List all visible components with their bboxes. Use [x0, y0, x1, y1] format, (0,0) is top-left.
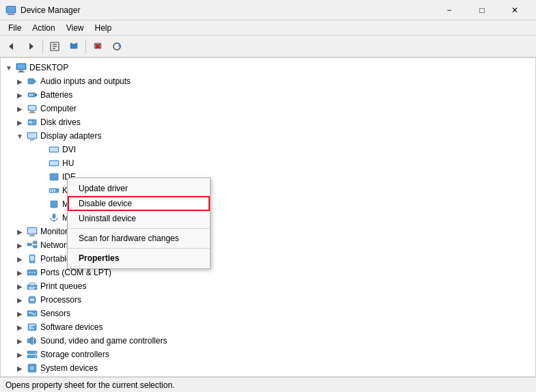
software-icon	[27, 322, 38, 333]
menu-view[interactable]: View	[61, 22, 90, 34]
mic-icon	[49, 212, 59, 223]
svg-rect-24	[29, 94, 31, 96]
tree-item-audio[interactable]: ▶ Audio inputs and outputs	[1, 74, 535, 88]
toolbar	[0, 36, 536, 57]
app-icon	[5, 5, 16, 16]
svg-rect-18	[19, 70, 23, 72]
system-toggle[interactable]: ▶	[14, 363, 25, 374]
tree-item-sensors[interactable]: ▶ Sensors	[1, 307, 535, 320]
svg-rect-36	[30, 139, 34, 141]
update-driver-button[interactable]	[65, 38, 83, 55]
tree-root[interactable]: ▼ DESKTOP	[1, 61, 535, 74]
svg-rect-70	[30, 298, 34, 301]
svg-rect-46	[51, 201, 57, 208]
diskdrives-icon	[27, 117, 38, 128]
processors-toggle[interactable]: ▶	[14, 294, 25, 305]
tree-item-printqueues[interactable]: ▶ Print queues	[1, 279, 535, 293]
svg-rect-79	[29, 324, 36, 326]
svg-rect-17	[17, 64, 25, 69]
computer-icon	[16, 62, 27, 73]
ctx-properties[interactable]: Properties	[68, 251, 210, 266]
svg-rect-41	[50, 173, 58, 180]
close-button[interactable]: ✕	[499, 0, 531, 20]
svg-marker-10	[72, 42, 76, 44]
monitors-toggle[interactable]: ▶	[14, 226, 25, 237]
sensors-icon	[27, 308, 38, 319]
ctx-separator-2	[68, 248, 210, 249]
audio-icon	[27, 76, 38, 87]
tree-item-dvi[interactable]: ▶ DVI	[1, 143, 535, 156]
batteries-toggle[interactable]: ▶	[14, 89, 25, 100]
svg-line-56	[31, 242, 34, 244]
tree-item-processors[interactable]: ▶ Processors	[1, 293, 535, 307]
svg-rect-1	[8, 14, 14, 15]
root-toggle[interactable]: ▼	[3, 62, 14, 73]
svg-marker-21	[34, 79, 36, 83]
network-toggle[interactable]: ▶	[14, 240, 25, 251]
ctx-uninstall-device[interactable]: Uninstall device	[68, 211, 210, 226]
toolbar-sep-1	[42, 40, 43, 53]
forward-button[interactable]	[22, 38, 40, 55]
storage-toggle[interactable]: ▶	[14, 349, 25, 360]
svg-rect-35	[28, 133, 36, 138]
svg-rect-53	[27, 243, 31, 246]
tree-item-hu[interactable]: ▶ HU	[1, 156, 535, 170]
svg-rect-47	[53, 214, 55, 219]
software-toggle[interactable]: ▶	[14, 322, 25, 333]
tree-item-diskdrives[interactable]: ▶ Disk drives	[1, 115, 535, 129]
uninstall-button[interactable]	[89, 38, 107, 55]
tree-item-sound[interactable]: ▶ Sound, video and game controllers	[1, 334, 535, 348]
batteries-label: Batteries	[40, 90, 72, 100]
ctx-disable-device[interactable]: Disable device	[68, 196, 210, 211]
computer-toggle[interactable]: ▶	[14, 103, 25, 114]
portable-toggle[interactable]: ▶	[14, 253, 25, 264]
ports-toggle[interactable]: ▶	[14, 267, 25, 278]
ctx-update-driver[interactable]: Update driver	[68, 181, 210, 196]
svg-rect-40	[50, 161, 58, 165]
tree-item-usb[interactable]: ▶ Universal Serial Bus controllers	[1, 375, 535, 377]
ide-icon	[49, 171, 59, 182]
menu-help[interactable]: Help	[90, 22, 118, 34]
maximize-button[interactable]: □	[466, 0, 498, 20]
ctx-scan-hardware[interactable]: Scan for hardware changes	[68, 231, 210, 246]
svg-marker-83	[30, 337, 33, 345]
svg-point-60	[31, 261, 33, 262]
tree-item-displayadapters[interactable]: ▼ Display adapters	[1, 129, 535, 143]
window-title: Device Manager	[21, 5, 433, 15]
svg-point-32	[34, 122, 35, 123]
main-area: ▼ DESKTOP ▶ Audio inputs and outputs	[0, 57, 536, 377]
back-button[interactable]	[3, 38, 21, 55]
svg-marker-4	[29, 43, 34, 50]
audio-toggle[interactable]: ▶	[14, 76, 25, 87]
sensors-label: Sensors	[40, 309, 70, 318]
svg-rect-43	[50, 189, 51, 192]
svg-rect-38	[50, 148, 58, 152]
tree-item-storage[interactable]: ▶ Storage controllers	[1, 348, 535, 361]
properties-button[interactable]	[46, 38, 64, 55]
svg-rect-50	[28, 228, 36, 234]
menu-file[interactable]: File	[3, 22, 27, 34]
tree-item-batteries[interactable]: ▶ Batteries	[1, 88, 535, 102]
menu-action[interactable]: Action	[27, 22, 60, 34]
scan-button[interactable]	[108, 38, 126, 55]
displayadapters-toggle[interactable]: ▼	[14, 130, 25, 141]
svg-rect-66	[29, 283, 35, 285]
tree-item-computer[interactable]: ▶ Computer	[1, 102, 535, 115]
dvi-icon	[49, 144, 59, 155]
network-icon	[27, 240, 38, 251]
displayadapters-label: Display adapters	[40, 131, 101, 141]
usb-toggle[interactable]: ▶	[14, 376, 25, 377]
svg-rect-28	[30, 111, 34, 113]
printqueues-icon	[27, 281, 38, 292]
diskdrives-toggle[interactable]: ▶	[14, 117, 25, 128]
svg-rect-52	[29, 236, 36, 237]
tree-item-system[interactable]: ▶ System devices	[1, 361, 535, 375]
sensors-toggle[interactable]: ▶	[14, 308, 25, 319]
minimize-button[interactable]: −	[433, 0, 465, 20]
sound-toggle[interactable]: ▶	[14, 335, 25, 346]
svg-rect-67	[29, 287, 36, 288]
printqueues-toggle[interactable]: ▶	[14, 281, 25, 292]
tree-item-software[interactable]: ▶ Software devices	[1, 320, 535, 334]
device-tree[interactable]: ▼ DESKTOP ▶ Audio inputs and outputs	[0, 57, 536, 377]
svg-point-90	[31, 367, 33, 369]
